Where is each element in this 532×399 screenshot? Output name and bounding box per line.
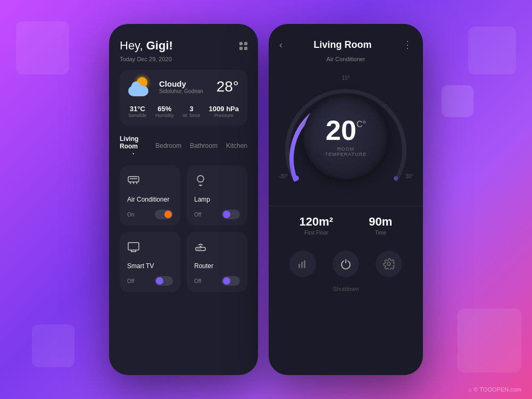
watermark: ⌂ © TOOOPEN.com xyxy=(468,386,521,393)
bg-decoration-3 xyxy=(468,27,516,74)
device-card-ac: Air Conditioner On xyxy=(120,165,180,226)
device-status-tv: Off xyxy=(127,278,134,284)
weather-stat-0: 31°C Sensible xyxy=(128,105,147,118)
device-name-router: Router xyxy=(194,262,240,270)
menu-button[interactable]: ⋮ xyxy=(403,39,412,51)
room-temp-label: ROOMTEMPERATURE xyxy=(325,146,367,157)
device-toggle-row-router: Off xyxy=(194,276,240,286)
watermark-text: © TOOOPEN.com xyxy=(473,386,521,393)
right-phone-subtitle: Air Conditioner xyxy=(269,56,423,68)
cloud-icon xyxy=(128,86,148,96)
device-grid: Air Conditioner On Lamp xyxy=(120,165,247,292)
greeting-name: Gigi! xyxy=(146,39,173,52)
greeting-prefix: Hey, xyxy=(120,39,146,52)
device-status-router: Off xyxy=(194,278,201,284)
tab-living-room[interactable]: Living Room xyxy=(120,135,147,158)
stat-wforce-label: W. force xyxy=(182,113,200,118)
stat-sensible-value: 31°C xyxy=(128,105,147,113)
stat-pressure-value: 1009 hPa xyxy=(209,105,239,113)
stat-area-value: 120m² xyxy=(300,215,334,229)
left-phone: Hey, Gigi! Today Dec 29, 2020 Cloudy Sid… xyxy=(109,24,258,375)
weather-card: Cloudy Sidoluhur, Godean 28° 31°C Sensib… xyxy=(120,70,247,126)
bg-decoration-1 xyxy=(16,21,69,74)
stat-area-label: First Floor xyxy=(300,230,334,236)
right-stats: 120m² First Floor 90m Time xyxy=(269,206,423,242)
right-phone: ‹ Living Room ⋮ Air Conditioner xyxy=(269,24,423,375)
weather-stat-1: 65% Humidity xyxy=(155,105,174,118)
stats-control-button[interactable] xyxy=(289,251,316,277)
temperature-value: 20 xyxy=(326,117,356,144)
device-card-tv: Smart TV Off xyxy=(120,232,180,292)
shutdown-label: Shutdown xyxy=(269,286,423,303)
tab-bathroom[interactable]: Bathroom xyxy=(190,142,218,152)
toggle-ac[interactable] xyxy=(155,210,173,219)
device-name-tv: Smart TV xyxy=(127,262,173,270)
toggle-knob-router xyxy=(223,277,230,285)
temperature-unit: C° xyxy=(356,120,366,129)
right-controls xyxy=(269,242,423,286)
device-toggle-row-tv: Off xyxy=(127,276,173,286)
svg-rect-19 xyxy=(304,260,305,268)
bg-decoration-4 xyxy=(458,309,521,372)
phones-container: Hey, Gigi! Today Dec 29, 2020 Cloudy Sid… xyxy=(109,24,423,375)
device-status-ac: On xyxy=(127,212,134,218)
dial-label-top: 10° xyxy=(342,75,350,81)
right-phone-header: ‹ Living Room ⋮ xyxy=(269,24,423,56)
room-tabs: Living Room Bedroom Bathroom Kitchen xyxy=(120,135,247,158)
bg-decoration-5 xyxy=(442,85,473,117)
stat-time-value: 90m xyxy=(369,215,392,229)
device-name-ac: Air Conditioner xyxy=(127,196,173,203)
weather-stats: 31°C Sensible 65% Humidity 3 W. force 10… xyxy=(128,105,239,118)
svg-point-20 xyxy=(387,262,390,265)
weather-stat-3: 1009 hPa Pressure xyxy=(209,105,239,118)
device-card-router: Router Off xyxy=(187,232,247,292)
date-label: Today Dec 29, 2020 xyxy=(120,56,247,62)
toggle-router[interactable] xyxy=(222,276,240,286)
device-status-lamp: Off xyxy=(194,212,201,218)
stat-area: 120m² First Floor xyxy=(300,215,334,236)
device-toggle-row-lamp: Off xyxy=(194,210,240,219)
weather-temperature: 28° xyxy=(217,78,239,95)
toggle-tv[interactable] xyxy=(155,276,173,286)
tab-kitchen[interactable]: Kitchen xyxy=(226,142,247,152)
temperature-dial: 10° -30° 30° 20 C° ROOMTEMPERATURE xyxy=(269,68,423,206)
toggle-knob-ac xyxy=(164,211,172,218)
grid-menu-icon[interactable] xyxy=(239,42,247,50)
router-icon xyxy=(194,240,240,256)
stat-time-label: Time xyxy=(369,230,392,236)
stat-wforce-value: 3 xyxy=(182,105,200,113)
svg-rect-6 xyxy=(128,243,139,250)
settings-button[interactable] xyxy=(376,251,402,277)
dial-label-left: -30° xyxy=(278,173,288,179)
ac-icon xyxy=(127,174,173,189)
weather-location: Sidoluhur, Godean xyxy=(159,88,213,94)
device-toggle-row-ac: On xyxy=(127,210,173,219)
svg-rect-18 xyxy=(301,262,303,268)
stat-sensible-label: Sensible xyxy=(128,113,147,118)
stat-pressure-label: Pressure xyxy=(209,113,239,118)
bg-decoration-2 xyxy=(32,325,74,367)
watermark-icon: ⌂ xyxy=(468,386,472,393)
weather-info: Cloudy Sidoluhur, Godean xyxy=(159,79,213,94)
toggle-lamp[interactable] xyxy=(222,210,240,219)
power-button[interactable] xyxy=(332,251,359,277)
weather-stat-2: 3 W. force xyxy=(182,105,200,118)
stat-time: 90m Time xyxy=(369,215,392,236)
temperature-display: 20 C° xyxy=(326,117,366,144)
weather-condition: Cloudy xyxy=(159,79,213,88)
weather-icon xyxy=(128,77,152,96)
lamp-icon xyxy=(194,174,240,189)
right-phone-title: Living Room xyxy=(282,39,403,51)
device-name-lamp: Lamp xyxy=(194,196,240,203)
toggle-knob-lamp xyxy=(223,211,230,218)
tv-icon xyxy=(127,240,173,256)
svg-rect-17 xyxy=(298,264,300,268)
greeting-row: Hey, Gigi! xyxy=(120,39,247,53)
device-card-lamp: Lamp Off xyxy=(187,165,247,226)
toggle-knob-tv xyxy=(156,277,163,285)
tab-bedroom[interactable]: Bedroom xyxy=(155,142,181,152)
dial-label-right: 30° xyxy=(405,173,413,179)
stat-humidity-value: 65% xyxy=(155,105,174,113)
stat-humidity-label: Humidity xyxy=(155,113,174,118)
svg-rect-0 xyxy=(128,177,139,182)
